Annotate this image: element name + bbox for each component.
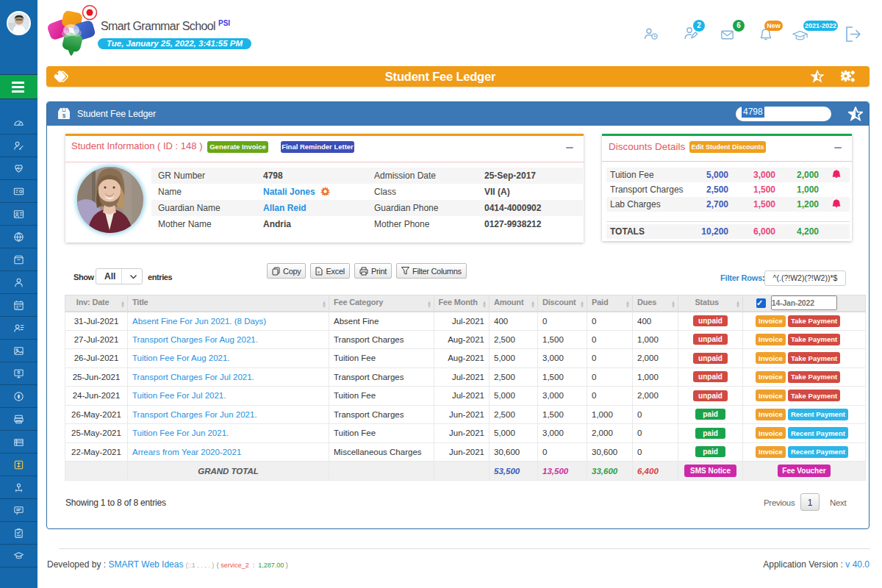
svg-text:x: x [318,270,320,274]
